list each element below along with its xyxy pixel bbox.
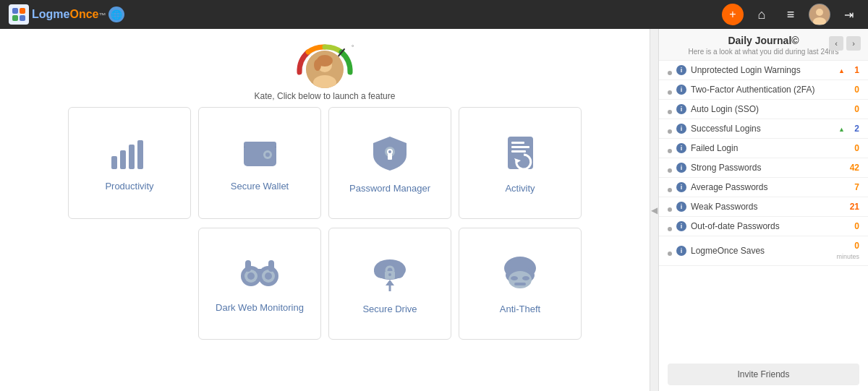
svg-rect-20: [244, 142, 276, 147]
journal-item-value: 0: [845, 143, 859, 153]
svg-point-56: [668, 110, 672, 114]
svg-rect-30: [511, 150, 526, 152]
user-avatar[interactable]: [809, 4, 830, 25]
journal-item: i Strong Passwords 42: [659, 158, 868, 178]
feature-card-password-manager[interactable]: Password Manager: [328, 107, 451, 219]
productivity-label: Productivity: [105, 181, 153, 192]
journal-item-label: Weak Passwords: [691, 202, 845, 212]
journal-item-label: Failed Login: [691, 143, 845, 153]
logo-text: LogmeOnce™: [32, 8, 106, 21]
svg-point-63: [668, 252, 672, 256]
menu-button[interactable]: ≡: [780, 4, 801, 25]
journal-info-icon: i: [676, 104, 686, 114]
journal-dot: [668, 248, 673, 254]
svg-rect-28: [511, 142, 524, 144]
journal-item-arrow: ▲: [838, 124, 845, 134]
svg-point-45: [388, 273, 391, 276]
feature-card-productivity[interactable]: Productivity: [68, 107, 191, 219]
journal-item-label: Average Passwords: [691, 182, 845, 192]
journal-item-label: Successful Logins: [691, 124, 838, 134]
svg-point-58: [668, 149, 672, 153]
journal-item: i Auto Login (SSO) 0: [659, 100, 868, 119]
journal-info-icon: i: [676, 85, 686, 95]
journal-item-label: Out-of-date Passwords: [691, 221, 845, 231]
signout-button[interactable]: ⇥: [838, 4, 859, 25]
journal-item-value: 7: [845, 182, 859, 192]
svg-point-62: [668, 227, 672, 231]
svg-rect-39: [245, 260, 251, 272]
journal-dot: [668, 87, 673, 93]
feature-card-dark-web[interactable]: Dark Web Monitoring: [198, 228, 321, 340]
svg-rect-16: [120, 150, 126, 169]
journal-info-icon: i: [676, 246, 686, 256]
svg-text:°: °: [352, 44, 354, 51]
home-button[interactable]: ⌂: [751, 4, 773, 25]
journal-dot: [668, 165, 673, 171]
journal-item: i Average Passwords 7: [659, 178, 868, 197]
anti-theft-label: Anti-Theft: [500, 304, 540, 314]
journal-nav: ‹ ›: [829, 36, 861, 51]
feature-card-anti-theft[interactable]: Anti-Theft: [459, 228, 582, 340]
journal-item-label: Auto Login (SSO): [691, 104, 845, 114]
svg-point-55: [668, 90, 672, 95]
journal-dot: [668, 106, 673, 112]
journal-info-icon: i: [676, 65, 686, 75]
binoculars-icon: [238, 254, 281, 295]
secure-drive-label: Secure Drive: [362, 304, 417, 314]
feature-card-secure-drive[interactable]: Secure Drive: [328, 228, 451, 340]
feature-card-activity[interactable]: Activity: [459, 107, 582, 219]
journal-item: i LogmeOnce Saves 0minutes: [659, 236, 868, 266]
svg-point-37: [247, 272, 255, 280]
left-content: ° Kate, Click below to launch a feature: [0, 29, 650, 391]
journal-info-icon: i: [676, 202, 686, 212]
svg-rect-3: [20, 15, 25, 21]
dark-web-label: Dark Web Monitoring: [216, 302, 304, 313]
password-manager-label: Password Manager: [349, 183, 430, 194]
svg-point-52: [522, 276, 529, 280]
main-layout: ° Kate, Click below to launch a feature: [0, 29, 868, 391]
cloud-lock-icon: [368, 254, 412, 296]
journal-item-value: 0: [845, 85, 859, 95]
wallet-icon: [240, 134, 280, 173]
topnav: LogmeOnce™ 🌐 + ⌂ ≡ ⇥: [0, 0, 868, 29]
journal-item-value: 21: [845, 202, 859, 212]
journal-item: i Failed Login 0: [659, 139, 868, 158]
svg-rect-0: [12, 8, 18, 14]
journal-dot: [668, 67, 673, 73]
journal-dot: [668, 204, 673, 210]
feature-grid-row2: Dark Web Monitoring: [198, 228, 582, 340]
svg-point-5: [816, 9, 823, 16]
panel-collapse-handle[interactable]: ◀: [650, 29, 658, 391]
journal-item-label: Two-Factor Authentication (2FA): [691, 85, 845, 95]
journal-item: i Successful Logins ▲ 2: [659, 119, 868, 139]
productivity-icon: [108, 134, 151, 173]
shield-lock-icon: [370, 133, 410, 176]
journal-prev-button[interactable]: ‹: [829, 36, 843, 51]
journal-next-button[interactable]: ›: [846, 36, 861, 51]
journal-dot: [668, 184, 673, 190]
journal-info-icon: i: [676, 143, 686, 153]
topnav-right: + ⌂ ≡ ⇥: [722, 4, 859, 25]
feature-card-secure-wallet[interactable]: Secure Wallet: [198, 107, 321, 219]
journal-item-value: 42: [845, 163, 859, 173]
svg-point-59: [668, 168, 672, 173]
journal-info-icon: i: [676, 124, 686, 134]
journal-dot: [668, 223, 673, 229]
secure-wallet-label: Secure Wallet: [231, 181, 289, 192]
journal-header: Daily Journal© Here is a look at what yo…: [659, 29, 868, 61]
activity-label: Activity: [505, 183, 535, 194]
svg-point-22: [265, 152, 270, 157]
svg-rect-26: [388, 154, 392, 160]
journal-info-icon: i: [676, 221, 686, 231]
add-button[interactable]: +: [722, 4, 744, 25]
journal-item: i Unprotected Login Warnings ▲ 1: [659, 61, 868, 80]
svg-point-54: [668, 71, 672, 75]
invite-friends-button[interactable]: Invite Friends: [668, 364, 859, 385]
svg-point-38: [265, 272, 272, 280]
mask-icon: [498, 254, 542, 296]
svg-rect-18: [137, 140, 143, 169]
journal-info-icon: i: [676, 182, 686, 192]
globe-icon[interactable]: 🌐: [109, 7, 124, 22]
journal-item-value: 0minutes: [836, 241, 859, 261]
user-greeting: Kate, Click below to launch a feature: [255, 91, 396, 101]
